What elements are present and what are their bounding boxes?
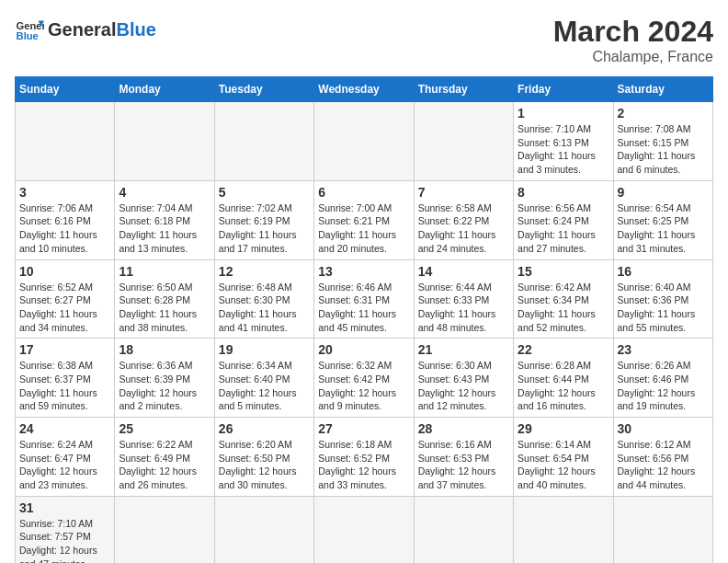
day-number: 22 (518, 342, 609, 357)
calendar-cell: 29Sunrise: 6:14 AM Sunset: 6:54 PM Dayli… (514, 418, 613, 497)
calendar-cell: 24Sunrise: 6:24 AM Sunset: 6:47 PM Dayli… (16, 418, 115, 497)
day-number: 1 (518, 106, 609, 121)
day-info: Sunrise: 6:46 AM Sunset: 6:31 PM Dayligh… (318, 281, 409, 335)
calendar-cell: 2Sunrise: 7:08 AM Sunset: 6:15 PM Daylig… (613, 102, 712, 181)
day-info: Sunrise: 6:16 AM Sunset: 6:53 PM Dayligh… (418, 438, 509, 492)
day-info: Sunrise: 7:06 AM Sunset: 6:16 PM Dayligh… (19, 201, 110, 256)
calendar-cell (214, 102, 313, 181)
calendar-cell: 9Sunrise: 6:54 AM Sunset: 6:25 PM Daylig… (613, 180, 712, 259)
logo: General Blue GeneralBlue (15, 15, 156, 44)
day-number: 29 (518, 421, 609, 436)
calendar-cell: 1Sunrise: 7:10 AM Sunset: 6:13 PM Daylig… (514, 102, 613, 181)
day-number: 19 (219, 342, 310, 357)
day-number: 4 (119, 185, 210, 200)
calendar-cell: 11Sunrise: 6:50 AM Sunset: 6:28 PM Dayli… (115, 259, 214, 339)
day-info: Sunrise: 7:02 AM Sunset: 6:19 PM Dayligh… (219, 201, 310, 256)
logo-general: General (48, 19, 116, 40)
calendar-cell: 25Sunrise: 6:22 AM Sunset: 6:49 PM Dayli… (115, 418, 214, 497)
day-number: 27 (318, 421, 409, 436)
calendar-cell (314, 496, 414, 563)
calendar-cell (214, 496, 313, 563)
day-number: 23 (618, 342, 709, 357)
day-number: 25 (119, 421, 210, 436)
day-number: 12 (219, 264, 310, 279)
calendar-cell: 18Sunrise: 6:36 AM Sunset: 6:39 PM Dayli… (115, 339, 214, 418)
calendar-cell: 10Sunrise: 6:52 AM Sunset: 6:27 PM Dayli… (16, 259, 115, 339)
calendar-cell (514, 496, 613, 563)
calendar-cell (115, 102, 214, 181)
calendar-week-row: 1Sunrise: 7:10 AM Sunset: 6:13 PM Daylig… (16, 102, 713, 181)
calendar-cell: 12Sunrise: 6:48 AM Sunset: 6:30 PM Dayli… (214, 259, 313, 339)
day-info: Sunrise: 6:52 AM Sunset: 6:27 PM Dayligh… (19, 281, 110, 335)
weekday-header-row: SundayMondayTuesdayWednesdayThursdayFrid… (16, 77, 713, 102)
calendar-cell: 26Sunrise: 6:20 AM Sunset: 6:50 PM Dayli… (214, 418, 313, 497)
day-info: Sunrise: 6:12 AM Sunset: 6:56 PM Dayligh… (618, 438, 709, 492)
calendar-cell (414, 102, 513, 181)
calendar-cell: 7Sunrise: 6:58 AM Sunset: 6:22 PM Daylig… (414, 180, 513, 259)
calendar-cell: 13Sunrise: 6:46 AM Sunset: 6:31 PM Dayli… (314, 259, 414, 339)
day-number: 21 (418, 342, 509, 357)
weekday-header-cell: Wednesday (314, 77, 414, 102)
calendar-cell: 28Sunrise: 6:16 AM Sunset: 6:53 PM Dayli… (414, 418, 513, 497)
day-number: 10 (19, 264, 110, 279)
calendar-cell (414, 496, 513, 563)
calendar-cell (115, 496, 214, 563)
day-number: 16 (618, 264, 709, 279)
weekday-header-cell: Friday (514, 77, 613, 102)
day-info: Sunrise: 7:08 AM Sunset: 6:15 PM Dayligh… (618, 122, 709, 177)
day-number: 9 (618, 185, 709, 200)
day-number: 17 (19, 342, 110, 357)
day-number: 3 (19, 185, 110, 200)
day-number: 8 (518, 185, 609, 200)
day-info: Sunrise: 6:38 AM Sunset: 6:37 PM Dayligh… (19, 359, 110, 413)
calendar-cell (314, 102, 414, 181)
day-info: Sunrise: 6:18 AM Sunset: 6:52 PM Dayligh… (318, 438, 409, 492)
day-info: Sunrise: 7:10 AM Sunset: 6:13 PM Dayligh… (518, 122, 609, 177)
calendar-week-row: 24Sunrise: 6:24 AM Sunset: 6:47 PM Dayli… (16, 418, 713, 497)
day-number: 20 (318, 342, 409, 357)
weekday-header-cell: Tuesday (214, 77, 313, 102)
logo-icon: General Blue (15, 15, 44, 44)
calendar-cell: 4Sunrise: 7:04 AM Sunset: 6:18 PM Daylig… (115, 180, 214, 259)
calendar-cell: 31Sunrise: 7:10 AM Sunset: 7:57 PM Dayli… (16, 496, 115, 563)
day-info: Sunrise: 6:50 AM Sunset: 6:28 PM Dayligh… (119, 281, 210, 335)
day-info: Sunrise: 6:32 AM Sunset: 6:42 PM Dayligh… (318, 359, 409, 413)
day-info: Sunrise: 6:26 AM Sunset: 6:46 PM Dayligh… (618, 359, 709, 413)
day-info: Sunrise: 6:20 AM Sunset: 6:50 PM Dayligh… (219, 438, 310, 492)
day-number: 2 (618, 106, 709, 121)
calendar-body: 1Sunrise: 7:10 AM Sunset: 6:13 PM Daylig… (16, 102, 713, 564)
weekday-header-cell: Sunday (16, 77, 115, 102)
calendar-cell: 19Sunrise: 6:34 AM Sunset: 6:40 PM Dayli… (214, 339, 313, 418)
day-number: 11 (119, 264, 210, 279)
calendar-table: SundayMondayTuesdayWednesdayThursdayFrid… (15, 76, 713, 563)
calendar-week-row: 17Sunrise: 6:38 AM Sunset: 6:37 PM Dayli… (16, 339, 713, 418)
calendar-cell (16, 102, 115, 181)
day-info: Sunrise: 6:36 AM Sunset: 6:39 PM Dayligh… (119, 359, 210, 413)
calendar-cell: 22Sunrise: 6:28 AM Sunset: 6:44 PM Dayli… (514, 339, 613, 418)
weekday-header-cell: Monday (115, 77, 214, 102)
svg-text:Blue: Blue (17, 30, 39, 41)
day-number: 18 (119, 342, 210, 357)
day-info: Sunrise: 6:56 AM Sunset: 6:24 PM Dayligh… (518, 201, 609, 256)
month-title: March 2024 (553, 15, 713, 49)
calendar-cell: 15Sunrise: 6:42 AM Sunset: 6:34 PM Dayli… (514, 259, 613, 339)
calendar-cell: 16Sunrise: 6:40 AM Sunset: 6:36 PM Dayli… (613, 259, 712, 339)
calendar-cell: 5Sunrise: 7:02 AM Sunset: 6:19 PM Daylig… (214, 180, 313, 259)
day-number: 31 (19, 500, 110, 515)
day-info: Sunrise: 6:30 AM Sunset: 6:43 PM Dayligh… (418, 359, 509, 413)
day-info: Sunrise: 6:14 AM Sunset: 6:54 PM Dayligh… (518, 438, 609, 492)
calendar-cell: 8Sunrise: 6:56 AM Sunset: 6:24 PM Daylig… (514, 180, 613, 259)
title-area: March 2024 Chalampe, France (553, 15, 713, 65)
day-number: 24 (19, 421, 110, 436)
day-info: Sunrise: 6:34 AM Sunset: 6:40 PM Dayligh… (219, 359, 310, 413)
calendar-cell (613, 496, 712, 563)
day-info: Sunrise: 6:40 AM Sunset: 6:36 PM Dayligh… (618, 281, 709, 335)
day-number: 28 (418, 421, 509, 436)
day-info: Sunrise: 6:42 AM Sunset: 6:34 PM Dayligh… (518, 281, 609, 335)
day-info: Sunrise: 6:48 AM Sunset: 6:30 PM Dayligh… (219, 281, 310, 335)
day-info: Sunrise: 6:24 AM Sunset: 6:47 PM Dayligh… (19, 438, 110, 492)
calendar-week-row: 31Sunrise: 7:10 AM Sunset: 7:57 PM Dayli… (16, 496, 713, 563)
weekday-header-cell: Thursday (414, 77, 513, 102)
day-info: Sunrise: 7:10 AM Sunset: 7:57 PM Dayligh… (19, 517, 110, 563)
calendar-cell: 23Sunrise: 6:26 AM Sunset: 6:46 PM Dayli… (613, 339, 712, 418)
